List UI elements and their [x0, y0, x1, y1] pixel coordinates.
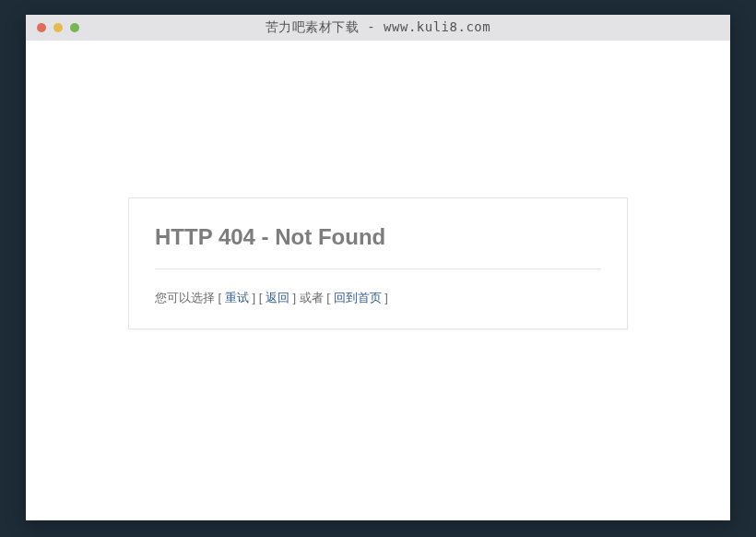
home-link[interactable]: 回到首页 — [334, 291, 382, 304]
traffic-lights — [37, 23, 79, 32]
text-prefix: 您可以选择 [ — [155, 291, 225, 304]
error-box: HTTP 404 - Not Found 您可以选择 [ 重试 ] [ 返回 ]… — [128, 197, 628, 329]
text-sep1: ] [ — [249, 291, 266, 304]
browser-window: 苦力吧素材下载 - www.kuli8.com HTTP 404 - Not F… — [26, 15, 730, 520]
text-suffix: ] — [382, 291, 388, 304]
window-title: 苦力吧素材下载 - www.kuli8.com — [37, 19, 719, 36]
page-content: HTTP 404 - Not Found 您可以选择 [ 重试 ] [ 返回 ]… — [26, 41, 730, 329]
minimize-icon[interactable] — [53, 23, 63, 32]
titlebar: 苦力吧素材下载 - www.kuli8.com — [26, 15, 730, 41]
error-heading: HTTP 404 - Not Found — [155, 224, 601, 269]
back-link[interactable]: 返回 — [266, 291, 289, 304]
retry-link[interactable]: 重试 — [225, 291, 249, 304]
maximize-icon[interactable] — [70, 23, 79, 32]
close-icon[interactable] — [37, 23, 46, 32]
text-sep2: ] 或者 [ — [289, 291, 334, 304]
error-actions: 您可以选择 [ 重试 ] [ 返回 ] 或者 [ 回到首页 ] — [155, 269, 601, 306]
